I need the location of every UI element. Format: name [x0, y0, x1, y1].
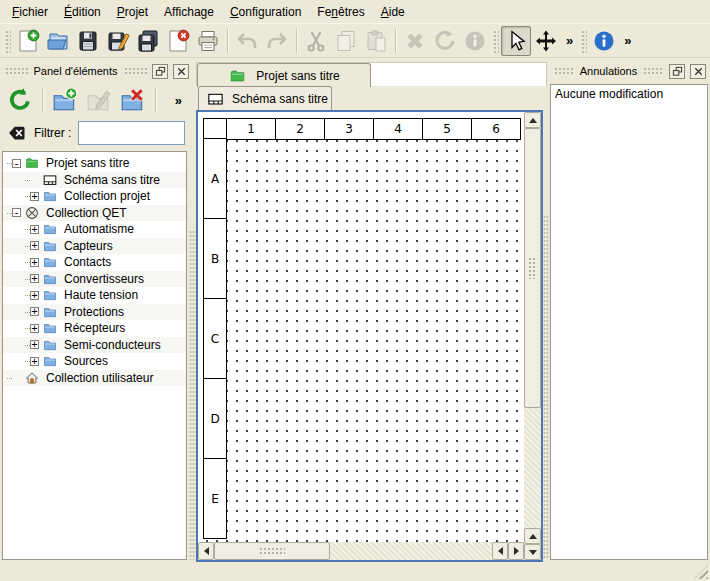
- tree-expander-collapse[interactable]: -: [12, 208, 21, 217]
- save-as-icon: [106, 29, 130, 53]
- tree-item-collection-qet[interactable]: -Collection QET: [3, 205, 186, 222]
- dock-close-button[interactable]: [690, 64, 706, 79]
- tree-expander-expand[interactable]: +: [30, 324, 39, 333]
- scroll-down-button[interactable]: [524, 544, 541, 560]
- tree-item-sources[interactable]: +Sources: [3, 353, 186, 370]
- vertical-scrollbar[interactable]: [524, 112, 541, 560]
- menu-fenetres[interactable]: Fenêtres: [309, 2, 372, 22]
- tree-item-haute-tension[interactable]: +Haute tension: [3, 287, 186, 304]
- undo-history-list[interactable]: Aucune modification: [550, 84, 708, 560]
- tree-expander-expand[interactable]: +: [30, 340, 39, 349]
- toolbar-handle[interactable]: [492, 29, 499, 53]
- scroll-up-button-2[interactable]: [524, 528, 541, 544]
- info-icon: [463, 29, 487, 53]
- scroll-left-button[interactable]: [198, 542, 214, 560]
- tree-item-semi-conducteurs[interactable]: +Semi-conducteurs: [3, 337, 186, 354]
- menu-aide[interactable]: Aide: [373, 2, 413, 22]
- folder-blue-icon: [42, 272, 58, 286]
- menu-projet[interactable]: Projet: [109, 2, 156, 22]
- tree-item-label: Schéma sans titre: [58, 173, 160, 187]
- tree-expander-expand[interactable]: +: [30, 274, 39, 283]
- rotate-button[interactable]: [430, 26, 460, 56]
- toolbar-handle[interactable]: [580, 29, 587, 53]
- select-mode-button[interactable]: [501, 26, 531, 56]
- cut-button[interactable]: [301, 26, 331, 56]
- copy-button[interactable]: [331, 26, 361, 56]
- toolbar-separator: [155, 88, 156, 112]
- dock-float-button[interactable]: [152, 64, 168, 79]
- vertical-scroll-thumb[interactable]: [524, 128, 541, 408]
- tab-project[interactable]: Projet sans titre: [197, 63, 371, 87]
- dock-close-button[interactable]: [173, 64, 189, 79]
- save-as-button[interactable]: [103, 26, 133, 56]
- delete-button[interactable]: [400, 26, 430, 56]
- print-button[interactable]: [193, 26, 223, 56]
- about-qet-button[interactable]: [589, 26, 619, 56]
- filter-input[interactable]: [78, 121, 185, 145]
- tree-item-collection-utilisateur[interactable]: Collection utilisateur: [3, 370, 186, 387]
- undo-button[interactable]: [232, 26, 262, 56]
- close-icon: [176, 66, 187, 77]
- tree-expander-expand[interactable]: +: [30, 192, 39, 201]
- info-button[interactable]: [460, 26, 490, 56]
- dock-float-button[interactable]: [669, 64, 685, 79]
- tree-expander-expand[interactable]: +: [30, 357, 39, 366]
- toolbar-overflow-chevron[interactable]: »: [619, 33, 636, 48]
- left-dock-splitter[interactable]: [189, 230, 196, 560]
- tree-item-automatisme[interactable]: +Automatisme: [3, 221, 186, 238]
- save-all-button[interactable]: [133, 26, 163, 56]
- tab-schema[interactable]: Schéma sans titre: [198, 86, 332, 110]
- reload-collections-button[interactable]: [4, 84, 36, 116]
- tree-item-recepteurs[interactable]: +Récepteurs: [3, 320, 186, 337]
- tree-item-capteurs[interactable]: +Capteurs: [3, 238, 186, 255]
- clear-filter-icon[interactable]: [7, 124, 27, 142]
- tree-item-protections[interactable]: +Protections: [3, 304, 186, 321]
- tree-item-projet-sans-titre[interactable]: -Projet sans titre: [3, 155, 186, 172]
- tree-item-label: Collection projet: [58, 189, 150, 203]
- elements-dock-titlebar[interactable]: Panel d'éléments: [4, 62, 189, 80]
- toolbar-handle[interactable]: [4, 29, 11, 53]
- menu-fichier[interactable]: Fichier: [4, 2, 56, 22]
- panel-overflow-chevron[interactable]: »: [170, 93, 187, 108]
- undo-dock-titlebar[interactable]: Annulations: [553, 62, 706, 80]
- tree-expander-expand[interactable]: +: [30, 291, 39, 300]
- tree-item-collection-projet[interactable]: +Collection projet: [3, 188, 186, 205]
- menu-edition[interactable]: Édition: [56, 2, 109, 22]
- delete-category-button[interactable]: [117, 84, 149, 116]
- arrow-up-icon: [529, 530, 537, 539]
- rotate-icon: [433, 29, 457, 53]
- diagram-canvas[interactable]: 123456 ABCDE: [198, 112, 524, 542]
- scroll-up-button[interactable]: [524, 112, 541, 128]
- open-button[interactable]: [43, 26, 73, 56]
- tree-expander-expand[interactable]: +: [30, 258, 39, 267]
- scroll-left-button-2[interactable]: [492, 542, 508, 560]
- menu-configuration[interactable]: Configuration: [222, 2, 309, 22]
- close-file-button[interactable]: [163, 26, 193, 56]
- tree-expander-expand[interactable]: +: [30, 307, 39, 316]
- tree-item-label: Contacts: [58, 255, 111, 269]
- edit-category-button[interactable]: [83, 84, 115, 116]
- tree-item-contacts[interactable]: +Contacts: [3, 254, 186, 271]
- new-category-button[interactable]: [49, 84, 81, 116]
- tree-expander-expand[interactable]: +: [30, 225, 39, 234]
- move-mode-button[interactable]: [531, 26, 561, 56]
- horizontal-scrollbar[interactable]: [198, 542, 524, 560]
- undo-list-item[interactable]: Aucune modification: [555, 87, 703, 103]
- new-document-button[interactable]: [13, 26, 43, 56]
- tree-item-schema-sans-titre[interactable]: Schéma sans titre: [3, 172, 186, 189]
- menu-bar: FichierÉditionProjetAffichageConfigurati…: [0, 0, 710, 24]
- scroll-right-button[interactable]: [508, 542, 524, 560]
- save-button[interactable]: [73, 26, 103, 56]
- redo-button[interactable]: [262, 26, 292, 56]
- tree-expander-collapse[interactable]: -: [12, 159, 21, 168]
- horizontal-scroll-thumb[interactable]: [214, 542, 330, 560]
- frame-row-b: B: [203, 218, 227, 299]
- tree-item-convertisseurs[interactable]: +Convertisseurs: [3, 271, 186, 288]
- menu-affichage[interactable]: Affichage: [156, 2, 222, 22]
- paste-button[interactable]: [361, 26, 391, 56]
- toolbar-overflow-chevron[interactable]: »: [561, 33, 578, 48]
- tree-expander-expand[interactable]: +: [30, 241, 39, 250]
- close-doc-icon: [166, 29, 190, 53]
- size-grip[interactable]: [694, 565, 708, 579]
- new-doc-icon: [16, 29, 40, 53]
